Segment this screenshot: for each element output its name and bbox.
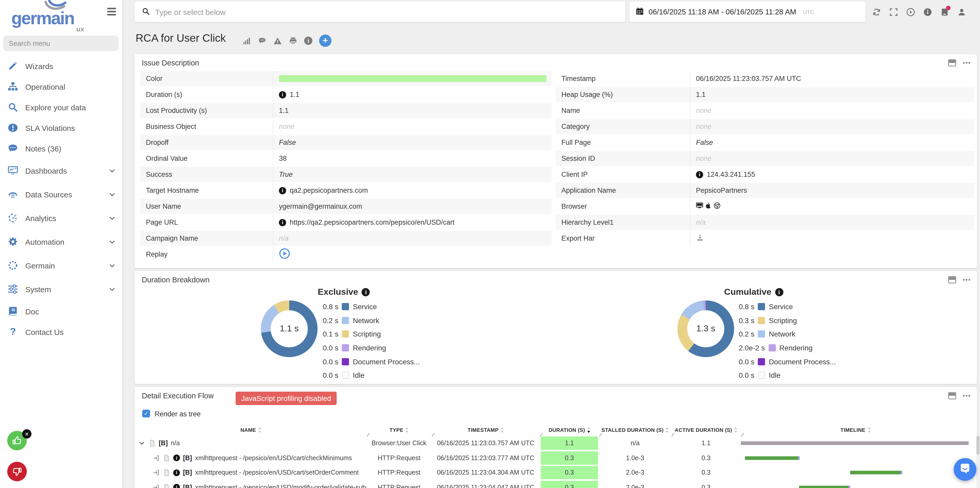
render-as-tree-checkbox[interactable]: ✓: [142, 410, 150, 417]
tree-expand-icon[interactable]: [138, 440, 145, 447]
comment-button[interactable]: [258, 37, 267, 45]
sidebar-item-automation[interactable]: Automation: [0, 230, 122, 254]
sidebar-item-label: System: [25, 285, 109, 294]
warning-button[interactable]: [273, 37, 282, 45]
chevron-down-icon: [109, 215, 116, 221]
legend-item-document-process: 0.0 sDocument Process...: [739, 355, 836, 369]
chart-bars-button[interactable]: [242, 37, 251, 45]
info-icon[interactable]: i: [279, 91, 286, 98]
row-prefix: [B]: [183, 455, 192, 462]
table-row[interactable]: i[B]xmlhttprequest - /pepsico/en/USD/mod…: [135, 480, 973, 488]
thumbs-down-button[interactable]: [7, 462, 27, 481]
legend-swatch: [342, 331, 349, 338]
cell-stalled-duration: 2.0e-3: [599, 465, 671, 480]
fullscreen-button[interactable]: [889, 8, 898, 16]
ellipsis-icon[interactable]: [963, 392, 971, 399]
scrollbar-thumb[interactable]: [977, 436, 980, 455]
field-label: Campaign Name: [140, 234, 273, 242]
germain-logo[interactable]: germain ux: [11, 1, 115, 34]
replay-button[interactable]: [279, 248, 290, 261]
sidebar-item-notes-36[interactable]: Notes (36): [0, 138, 122, 159]
info-icon[interactable]: i: [173, 455, 180, 461]
issue-description-title: Issue Description: [142, 59, 199, 67]
user-button[interactable]: [957, 8, 966, 16]
table-scrollbar[interactable]: [977, 436, 980, 488]
info-circle-button[interactable]: i: [304, 37, 312, 45]
cell-timeline: [741, 465, 970, 480]
sidebar-item-analytics[interactable]: Analytics: [0, 206, 122, 230]
column-header-duration-s[interactable]: DURATION (S)⁄⁄: [540, 424, 599, 436]
chevron-down-icon: [109, 191, 116, 198]
cell-duration: 0.3: [540, 480, 599, 488]
sidebar-search-input[interactable]: Search menu: [3, 35, 119, 51]
info-icon[interactable]: i: [362, 288, 370, 296]
column-header-name[interactable]: NAME⁄⁄: [135, 424, 366, 436]
panel-icon[interactable]: [948, 392, 956, 399]
ellipsis-icon[interactable]: [963, 59, 971, 67]
chrome-icon: [713, 202, 721, 211]
legend-swatch: [758, 303, 765, 310]
info-icon[interactable]: i: [279, 219, 286, 226]
pencil-icon: [7, 60, 19, 72]
field-value: n/a: [690, 215, 974, 230]
sidebar-item-contact-us[interactable]: ?Contact Us: [0, 321, 122, 342]
sort-up-icon: [406, 428, 409, 429]
sidebar-item-sla-violations[interactable]: SLA Violations: [0, 118, 122, 138]
sidebar-item-dashboards[interactable]: Dashboards: [0, 159, 122, 183]
table-row[interactable]: [B]n/aBrowser:User Click06/16/2025 11:23…: [135, 436, 973, 451]
sidebar-item-label: Doc: [25, 307, 116, 316]
field-row-duration-s: Duration (s)i1.1: [140, 87, 552, 102]
play-circle-button[interactable]: [906, 8, 915, 16]
hamburger-menu-icon[interactable]: [107, 8, 116, 17]
column-header-stalled-duration-s[interactable]: STALLED DURATION (S)⁄⁄: [599, 424, 671, 436]
info-icon[interactable]: i: [173, 484, 180, 488]
release-notes-button[interactable]: [940, 8, 949, 16]
calendar-icon: [636, 7, 644, 17]
info-icon[interactable]: i: [279, 187, 286, 194]
sidebar-item-explore-your-data[interactable]: Explore your data: [0, 97, 122, 118]
field-value-text: True: [279, 170, 293, 178]
info-icon[interactable]: i: [775, 288, 783, 296]
legend-value: 0.8 s: [323, 303, 339, 311]
analytics-icon: [7, 212, 19, 224]
date-range-picker[interactable]: 06/16/2025 11:18 AM - 06/16/2025 11:28 A…: [630, 2, 865, 22]
legend-item-idle: 0.0 sIdle: [739, 369, 836, 382]
panel-icon[interactable]: [948, 276, 956, 283]
field-row-lost-productivity-s: Lost Productivity (s)1.1: [140, 103, 552, 118]
column-header-timeline[interactable]: TIMELINE: [741, 424, 970, 436]
sidebar-item-germain[interactable]: Germain: [0, 254, 122, 277]
info-icon[interactable]: i: [173, 469, 180, 476]
field-row-name: Namenone: [556, 103, 974, 118]
legend-value: 2.0e-2 s: [739, 344, 765, 352]
sidebar-item-wizards[interactable]: Wizards: [0, 56, 122, 76]
field-row-session-id: Session IDnone: [556, 151, 974, 166]
row-prefix: [B]: [159, 440, 168, 447]
sidebar-item-label: Germain: [25, 261, 109, 270]
legend-item-service: 0.8 sService: [739, 300, 836, 313]
close-feedback-icon[interactable]: ✕: [22, 429, 32, 439]
sidebar-item-data-sources[interactable]: Data Sources: [0, 183, 122, 206]
field-value: 06/16/2025 11:23:03.757 AM UTC: [690, 71, 974, 86]
sidebar-item-doc[interactable]: Doc: [0, 301, 122, 321]
column-header-active-duration-s[interactable]: ACTIVE DURATION (S)⁄⁄: [671, 424, 741, 436]
info-circle-button[interactable]: [923, 8, 932, 16]
legend-value: 0.0 s: [739, 358, 754, 366]
global-search-input[interactable]: Type or select below: [135, 2, 625, 22]
table-row[interactable]: i[B]xmlhttprequest - /pepsico/en/USD/car…: [135, 451, 973, 465]
chat-launcher-button[interactable]: [954, 458, 977, 481]
column-header-type[interactable]: TYPE⁄⁄: [366, 424, 431, 436]
column-header-timestamp[interactable]: TIMESTAMP⁄⁄: [431, 424, 540, 436]
table-row[interactable]: i[B]xmlhttprequest - /pepsico/en/USD/car…: [135, 465, 973, 480]
download-icon[interactable]: [696, 234, 704, 243]
execution-flow-title: Detail Execution Flow: [142, 392, 214, 400]
printer-button[interactable]: [289, 37, 298, 45]
alert-icon: [7, 122, 19, 134]
add-button[interactable]: +: [319, 35, 331, 47]
panel-icon[interactable]: [948, 59, 956, 67]
sidebar-item-system[interactable]: System: [0, 277, 122, 301]
sidebar-item-operational[interactable]: Operational: [0, 76, 122, 97]
refresh-button[interactable]: [872, 8, 881, 16]
field-row-hierarchy-level1: Hierarchy Level1n/a: [556, 215, 974, 230]
info-icon[interactable]: i: [696, 171, 703, 178]
ellipsis-icon[interactable]: [963, 276, 971, 283]
